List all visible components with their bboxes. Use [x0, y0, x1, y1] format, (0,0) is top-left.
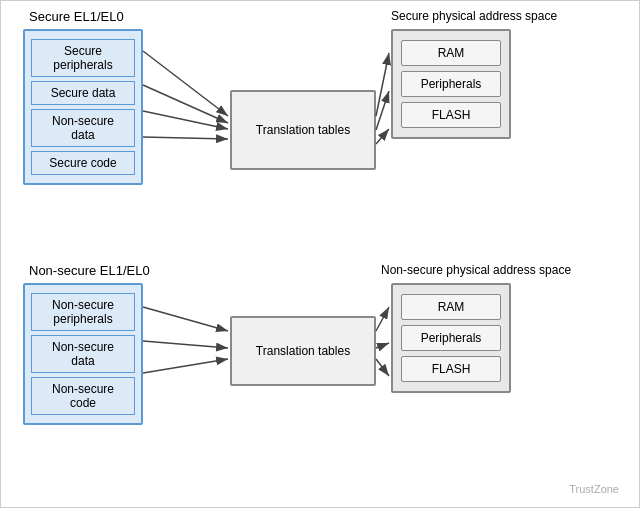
arrow-non-secure-data-top — [143, 111, 228, 129]
arrow-secure-data — [143, 85, 228, 123]
secure-el-label: Secure EL1/EL0 — [29, 9, 124, 24]
secure-flash: FLASH — [401, 102, 501, 128]
non-secure-data-top: Non-secure data — [31, 109, 135, 147]
non-secure-peripherals: Non-secureperipherals — [31, 293, 135, 331]
non-secure-el-label: Non-secure EL1/EL0 — [29, 263, 150, 278]
non-secure-code: Non-secure code — [31, 377, 135, 415]
arrow-non-secure-code — [143, 359, 228, 373]
arrow-non-secure-peripherals — [143, 307, 228, 331]
non-secure-phys-label: Non-secure physical address space — [381, 263, 571, 277]
arrow-to-ram-bottom — [376, 307, 389, 331]
secure-peripherals: Secureperipherals — [31, 39, 135, 77]
secure-code: Secure code — [31, 151, 135, 175]
arrow-to-flash-top — [376, 129, 389, 144]
non-secure-phys-group: RAM Peripherals FLASH — [391, 283, 511, 393]
watermark: TrustZone — [569, 483, 619, 495]
translation-tables-top: Translation tables — [230, 90, 376, 170]
arrow-secure-code — [143, 137, 228, 139]
secure-phys-group: RAM Peripherals FLASH — [391, 29, 511, 139]
secure-phys-label: Secure physical address space — [391, 9, 557, 23]
arrow-to-flash-bottom — [376, 359, 389, 376]
non-secure-ram: RAM — [401, 294, 501, 320]
non-secure-group: Non-secureperipherals Non-secure data No… — [23, 283, 143, 425]
secure-group: Secureperipherals Secure data Non-secure… — [23, 29, 143, 185]
secure-peripherals-phys: Peripherals — [401, 71, 501, 97]
non-secure-flash: FLASH — [401, 356, 501, 382]
non-secure-peripherals-phys: Peripherals — [401, 325, 501, 351]
arrow-to-peripherals-bottom — [376, 343, 389, 348]
watermark-text: TrustZone — [569, 483, 619, 495]
non-secure-data-bottom: Non-secure data — [31, 335, 135, 373]
arrow-secure-peripherals — [143, 51, 228, 116]
secure-ram: RAM — [401, 40, 501, 66]
translation-tables-bottom: Translation tables — [230, 316, 376, 386]
arrow-non-secure-data-bottom — [143, 341, 228, 348]
arrow-to-ram-top — [376, 53, 389, 116]
arrow-to-peripherals-top — [376, 91, 389, 130]
secure-data: Secure data — [31, 81, 135, 105]
diagram-container: Secure EL1/EL0 Secureperipherals Secure … — [0, 0, 640, 508]
